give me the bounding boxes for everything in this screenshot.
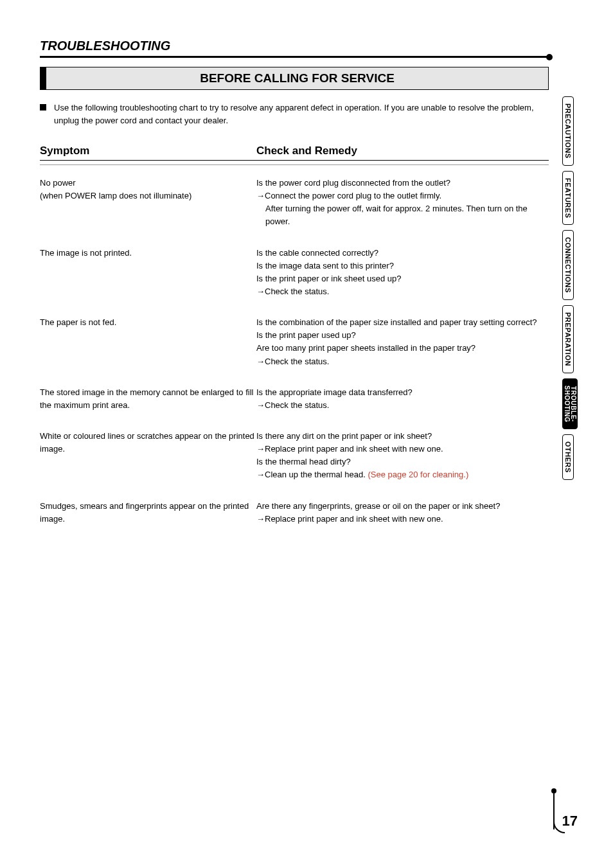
remedy-cell: Is the combination of the paper size ins… [256, 316, 549, 368]
remedy-line: →Check the status. [256, 399, 549, 412]
table-row: Smudges, smears and fingerprints appear … [40, 500, 549, 526]
remedy-line: →Replace print paper and ink sheet with … [256, 443, 549, 456]
symptom-cell: Smudges, smears and fingerprints appear … [40, 500, 256, 526]
remedy-line: Are too many print paper sheets installe… [256, 342, 549, 355]
page-number-area: 17 [549, 791, 578, 829]
remedy-line: Is there any dirt on the print paper or … [256, 430, 549, 443]
remedy-line: Is the power cord plug disconnected from… [256, 177, 549, 190]
page-ornament [549, 791, 557, 829]
table-row: White or coloured lines or scratches app… [40, 430, 549, 482]
section-title: TROUBLESHOOTING [40, 39, 549, 53]
side-tab[interactable]: OTHERS [562, 434, 574, 480]
arrow-icon: → [256, 287, 265, 296]
side-tab[interactable]: PREPARATION [562, 305, 574, 373]
subtitle-box: BEFORE CALLING FOR SERVICE [40, 67, 549, 90]
remedy-line: Are there any fingerprints, grease or oi… [256, 500, 549, 513]
side-tab[interactable]: FEATURES [562, 171, 574, 225]
table-row: The image is not printed.Is the cable co… [40, 247, 549, 299]
symptom-cell: The image is not printed. [40, 247, 256, 299]
symptom-line: Smudges, smears and fingerprints appear … [40, 500, 256, 526]
page-reference-link[interactable]: (See page 20 for cleaning.) [368, 470, 468, 479]
bullet-icon [40, 104, 46, 111]
symptom-line: The stored image in the memory cannot be… [40, 386, 256, 412]
symptom-cell: No power(when POWER lamp does not illumi… [40, 177, 256, 229]
remedy-line: →Connect the power cord plug to the outl… [256, 190, 549, 202]
symptom-cell: The stored image in the memory cannot be… [40, 386, 256, 412]
remedy-line: Is the appropriate image data transferre… [256, 386, 549, 399]
arrow-icon: → [256, 444, 265, 454]
remedy-cell: Is the appropriate image data transferre… [256, 386, 549, 412]
symptom-line: (when POWER lamp does not illuminate) [40, 190, 256, 202]
remedy-line: After turning the power off, wait for ap… [256, 202, 549, 228]
intro-text: Use the following troubleshooting chart … [54, 102, 549, 127]
header-symptom: Symptom [40, 145, 256, 157]
side-tabs: PRECAUTIONSFEATURESCONNECTIONSPREPARATIO… [562, 96, 578, 485]
remedy-cell: Is there any dirt on the print paper or … [256, 430, 549, 482]
remedy-line: Is the print paper or ink sheet used up? [256, 272, 549, 285]
remedy-line: Is the combination of the paper size ins… [256, 316, 549, 329]
arrow-icon: → [256, 191, 265, 200]
intro-row: Use the following troubleshooting chart … [40, 102, 549, 127]
side-tab[interactable]: PRECAUTIONS [562, 96, 574, 166]
remedy-line: →Check the status. [256, 285, 549, 298]
symptom-cell: The paper is not fed. [40, 316, 256, 368]
remedy-cell: Is the cable connected correctly?Is the … [256, 247, 549, 299]
side-tab[interactable]: SHOOTINGTROUBLE- [562, 378, 578, 429]
table-body: No power(when POWER lamp does not illumi… [40, 164, 549, 526]
remedy-cell: Are there any fingerprints, grease or oi… [256, 500, 549, 526]
symptom-line: The paper is not fed. [40, 316, 256, 329]
remedy-line: Is the cable connected correctly? [256, 247, 549, 260]
table-row: No power(when POWER lamp does not illumi… [40, 177, 549, 229]
remedy-line: →Replace print paper and ink sheet with … [256, 513, 549, 526]
table-row: The paper is not fed.Is the combination … [40, 316, 549, 368]
title-rule [40, 56, 549, 58]
symptom-line: White or coloured lines or scratches app… [40, 430, 256, 456]
remedy-line: →Check the status. [256, 355, 549, 368]
symptom-cell: White or coloured lines or scratches app… [40, 430, 256, 482]
arrow-icon: → [256, 357, 265, 366]
arrow-icon: → [256, 400, 265, 410]
table-row: The stored image in the memory cannot be… [40, 386, 549, 412]
remedy-line: Is the image data sent to this printer? [256, 260, 549, 272]
arrow-icon: → [256, 514, 265, 524]
remedy-line: →Clean up the thermal head. (See page 20… [256, 468, 549, 481]
symptom-line: The image is not printed. [40, 247, 256, 260]
remedy-line: Is the print paper used up? [256, 329, 549, 342]
symptom-line: No power [40, 177, 256, 190]
arrow-icon: → [256, 470, 265, 479]
remedy-cell: Is the power cord plug disconnected from… [256, 177, 549, 229]
header-remedy: Check and Remedy [256, 145, 549, 157]
remedy-line: Is the thermal head dirty? [256, 456, 549, 468]
side-tab[interactable]: CONNECTIONS [562, 230, 574, 300]
table-header-row: Symptom Check and Remedy [40, 145, 549, 161]
